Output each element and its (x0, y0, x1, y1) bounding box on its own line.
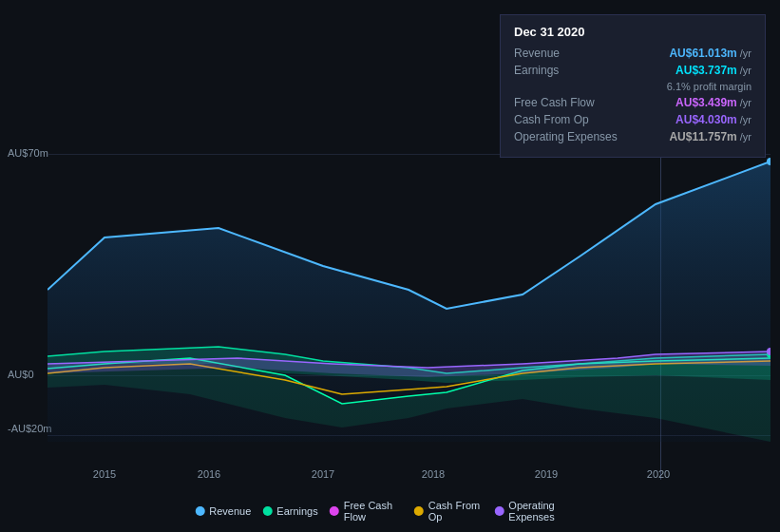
tooltip-fcf-label: Free Cash Flow (514, 96, 628, 109)
tooltip-earnings-value: AU$3.737m/yr (675, 64, 751, 77)
legend-item-opex[interactable]: Operating Expenses (494, 500, 584, 522)
legend-label-revenue: Revenue (209, 505, 251, 517)
legend-dot-earnings (262, 506, 272, 516)
x-label-2015: 2015 (93, 468, 116, 480)
tooltip-row-revenue: Revenue AU$61.013m/yr (514, 47, 751, 60)
tooltip-opex-value: AU$11.757m/yr (669, 130, 751, 143)
x-label-2016: 2016 (198, 468, 220, 480)
legend-item-earnings[interactable]: Earnings (262, 505, 317, 517)
tooltip-earnings-label: Earnings (514, 64, 628, 77)
tooltip-revenue-label: Revenue (514, 47, 628, 60)
legend-dot-revenue (195, 506, 204, 516)
y-label-mid: AU$0 (8, 369, 34, 380)
tooltip-fcf-value: AU$3.439m/yr (675, 96, 751, 109)
y-label-bot: -AU$20m (8, 423, 51, 434)
tooltip-box: Dec 31 2020 Revenue AU$61.013m/yr Earnin… (500, 14, 766, 158)
tooltip-date: Dec 31 2020 (514, 25, 751, 39)
profit-margin-row: 6.1% profit margin (514, 81, 751, 92)
legend-label-cashop: Cash From Op (428, 500, 484, 522)
legend-item-revenue[interactable]: Revenue (195, 505, 251, 517)
legend-dot-fcf (330, 506, 339, 516)
legend-label-earnings: Earnings (276, 505, 317, 517)
tooltip-revenue-value: AU$61.013m/yr (669, 47, 751, 60)
legend-item-cashop[interactable]: Cash From Op (414, 500, 484, 522)
tooltip-cashop-value: AU$4.030m/yr (675, 113, 751, 126)
legend-label-fcf: Free Cash Flow (344, 500, 403, 522)
x-label-2017: 2017 (312, 468, 334, 480)
tooltip-row-earnings: Earnings AU$3.737m/yr (514, 64, 751, 77)
legend-label-opex: Operating Expenses (508, 500, 584, 522)
tooltip-row-fcf: Free Cash Flow AU$3.439m/yr (514, 96, 751, 109)
legend-item-fcf[interactable]: Free Cash Flow (330, 500, 403, 522)
x-label-2018: 2018 (422, 468, 445, 480)
x-label-2020: 2020 (647, 468, 670, 480)
legend-dot-opex (494, 506, 504, 516)
legend: Revenue Earnings Free Cash Flow Cash Fro… (195, 500, 585, 522)
tooltip-row-opex: Operating Expenses AU$11.757m/yr (514, 130, 751, 143)
chart-svg (48, 147, 770, 442)
profit-margin-text: 6.1% profit margin (667, 81, 751, 92)
tooltip-opex-label: Operating Expenses (514, 130, 628, 143)
y-label-top: AU$70m (8, 147, 48, 159)
tooltip-row-cashop: Cash From Op AU$4.030m/yr (514, 113, 751, 126)
legend-dot-cashop (414, 506, 424, 516)
x-label-2019: 2019 (535, 468, 558, 480)
tooltip-cashop-label: Cash From Op (514, 113, 628, 126)
chart-container: Dec 31 2020 Revenue AU$61.013m/yr Earnin… (0, 0, 780, 532)
